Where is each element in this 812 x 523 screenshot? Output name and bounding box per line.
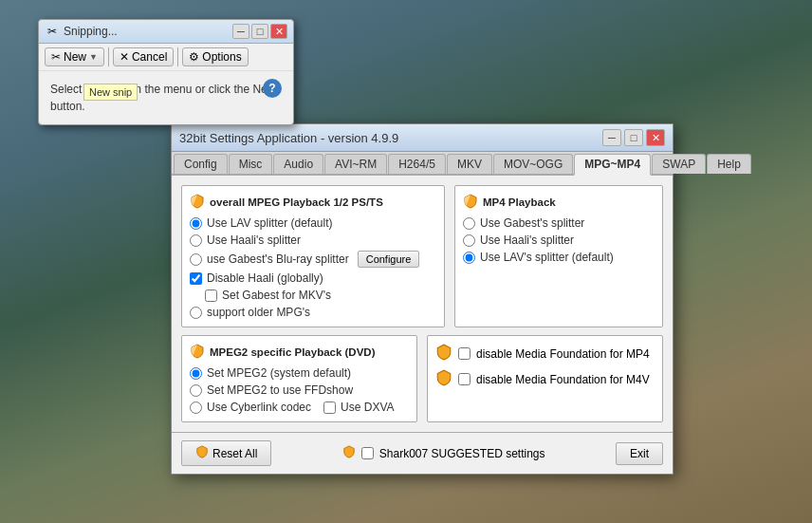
mpeg-playback-title: overall MPEG Playback 1/2 PS/TS — [190, 194, 436, 211]
disable-haali-label: Disable Haali (globally) — [207, 271, 323, 285]
cancel-icon: ✕ — [120, 50, 129, 64]
settings-close-btn[interactable]: ✕ — [646, 129, 665, 146]
mp4-gabest-label: Use Gabest's splitter — [480, 216, 584, 230]
mp4-gabest-radio-input[interactable] — [463, 217, 475, 230]
lav-radio-label: Use LAV splitter (default) — [207, 216, 333, 230]
tab-avi-rm[interactable]: AVI~RM — [324, 154, 387, 174]
disable-haali-checkbox[interactable] — [190, 272, 202, 285]
snipping-toolbar: ✂ New ▼ ✕ Cancel ⚙ Options — [39, 44, 293, 71]
sections-row: overall MPEG Playback 1/2 PS/TS Use LAV … — [181, 185, 663, 327]
mpeg2-ffdshow-radio-input[interactable] — [190, 384, 202, 397]
configure-button[interactable]: Configure — [358, 251, 420, 268]
lav-radio-input[interactable] — [190, 217, 202, 230]
mpeg-haali-radio: Use Haali's splitter — [190, 233, 436, 247]
snipping-title: Snipping... — [64, 25, 231, 38]
disable-mp4-label: disable Media Foundation for MP4 — [476, 347, 650, 361]
options-button[interactable]: ⚙ Options — [182, 47, 248, 66]
second-row: MPEG2 specific Playback (DVD) Set MPEG2 … — [181, 335, 663, 422]
mp4-lav-radio-input[interactable] — [463, 252, 475, 264]
mpeg2-cyberlink-row: Use Cyberlink codec Use DXVA — [190, 401, 409, 414]
mpeg2-dvd-section: MPEG2 specific Playback (DVD) Set MPEG2 … — [181, 335, 417, 422]
mpeg-lav-radio: Use LAV splitter (default) — [190, 216, 436, 230]
tab-config[interactable]: Config — [174, 154, 228, 174]
haali-radio-input[interactable] — [190, 234, 202, 247]
suggested-checkbox[interactable] — [361, 447, 374, 459]
cancel-button[interactable]: ✕ Cancel — [113, 47, 174, 66]
exit-button[interactable]: Exit — [616, 442, 663, 465]
gabest-radio-input[interactable] — [190, 253, 202, 266]
set-gabest-checkbox[interactable] — [205, 290, 217, 302]
disable-mp4-checkbox[interactable] — [458, 347, 471, 360]
set-gabest-label: Set Gabest for MKV's — [222, 289, 331, 302]
mpeg-gabest-radio: use Gabest's Blu-ray splitter Configure — [190, 251, 436, 268]
haali-radio-label: Use Haali's splitter — [207, 233, 301, 247]
gabest-radio-label: use Gabest's Blu-ray splitter — [207, 252, 349, 266]
disable-haali-row: Disable Haali (globally) — [190, 271, 436, 285]
help-icon[interactable]: ? — [263, 79, 282, 98]
mpeg-playback-section: overall MPEG Playback 1/2 PS/TS Use LAV … — [181, 185, 445, 327]
mp4-radio-group: Use Gabest's splitter Use Haali's splitt… — [463, 216, 655, 264]
disable-m4v-label: disable Media Foundation for M4V — [476, 373, 650, 386]
media-m4v-row: disable Media Foundation for M4V — [435, 369, 655, 389]
settings-titlebar: 32bit Settings Application - version 4.9… — [172, 124, 673, 152]
support-older-radio-input[interactable] — [190, 307, 202, 319]
tab-h264[interactable]: H264/5 — [388, 154, 446, 174]
new-label: New — [64, 50, 86, 64]
snipping-minimize-btn[interactable]: ─ — [232, 24, 249, 39]
settings-minimize-btn[interactable]: ─ — [602, 129, 621, 146]
tab-help[interactable]: Help — [707, 154, 751, 174]
tab-mkv[interactable]: MKV — [447, 154, 492, 174]
toolbar-separator — [108, 47, 109, 66]
settings-title-buttons: ─ □ ✕ — [602, 129, 665, 146]
support-older-radio: support older MPG's — [190, 306, 436, 319]
mp4-shield-icon — [463, 194, 478, 211]
exit-label: Exit — [630, 447, 649, 460]
new-button[interactable]: ✂ New ▼ — [45, 47, 104, 66]
options-label: Options — [202, 50, 241, 64]
options-icon: ⚙ — [189, 50, 199, 64]
snipping-body: Select a snip from the menu or click the… — [39, 71, 293, 124]
mpeg2-system-radio-input[interactable] — [190, 367, 202, 380]
media-m4v-shield-icon — [435, 369, 452, 389]
tab-mpg-mp4[interactable]: MPG~MP4 — [574, 154, 651, 176]
snipping-close-btn[interactable]: ✕ — [270, 24, 287, 39]
set-gabest-row: Set Gabest for MKV's — [190, 289, 436, 302]
tab-bar: Config Misc Audio AVI~RM H264/5 MKV MOV~… — [172, 152, 673, 176]
disable-m4v-checkbox[interactable] — [458, 373, 471, 385]
mpeg2-system-label: Set MPEG2 (system default) — [207, 366, 351, 380]
settings-restore-btn[interactable]: □ — [624, 129, 643, 146]
mpeg2-radio-group: Set MPEG2 (system default) Set MPEG2 to … — [190, 366, 409, 414]
mpeg2-ffdshow-label: Set MPEG2 to use FFDshow — [207, 383, 353, 397]
media-mp4-shield-icon — [435, 344, 452, 364]
mp4-haali-radio: Use Haali's splitter — [463, 233, 655, 247]
dxva-label: Use DXVA — [341, 401, 394, 414]
mp4-playback-section: MP4 Playback Use Gabest's splitter Use H… — [454, 185, 663, 327]
cyberlink-label: Use Cyberlink codec — [207, 401, 311, 414]
snipping-titlebar: ✂ Snipping... ─ □ ✕ — [39, 20, 293, 44]
mp4-haali-radio-input[interactable] — [463, 234, 475, 247]
tab-mov-ogg[interactable]: MOV~OGG — [493, 154, 573, 174]
mpeg2-shield-icon — [190, 344, 205, 361]
tab-swap[interactable]: SWAP — [652, 154, 706, 174]
mpeg2-system-radio: Set MPEG2 (system default) — [190, 366, 409, 380]
snipping-app-icon: ✂ — [45, 24, 60, 39]
support-older-label: support older MPG's — [207, 306, 310, 319]
bottom-bar: Reset All Shark007 SUGGESTED settings Ex… — [172, 432, 673, 474]
settings-window: 32bit Settings Application - version 4.9… — [171, 123, 674, 475]
new-dropdown-arrow[interactable]: ▼ — [89, 52, 98, 62]
snipping-tool-window: ✂ Snipping... ─ □ ✕ ✂ New ▼ ✕ Cancel ⚙ O… — [38, 19, 294, 125]
content-area: overall MPEG Playback 1/2 PS/TS Use LAV … — [172, 176, 673, 432]
dxva-checkbox[interactable] — [323, 402, 336, 414]
media-mp4-row: disable Media Foundation for MP4 — [435, 344, 655, 364]
scissors-icon: ✂ — [51, 50, 61, 64]
mpeg2-title: MPEG2 specific Playback (DVD) — [190, 344, 409, 361]
reset-all-button[interactable]: Reset All — [181, 440, 271, 466]
tab-audio[interactable]: Audio — [273, 154, 323, 174]
mp4-gabest-radio: Use Gabest's splitter — [463, 216, 655, 230]
suggested-label: Shark007 SUGGESTED settings — [379, 447, 545, 460]
cyberlink-radio-input[interactable] — [190, 402, 202, 414]
tab-misc[interactable]: Misc — [229, 154, 273, 174]
snipping-restore-btn[interactable]: □ — [251, 24, 268, 39]
reset-all-label: Reset All — [212, 447, 257, 460]
reset-shield-icon — [195, 445, 209, 461]
